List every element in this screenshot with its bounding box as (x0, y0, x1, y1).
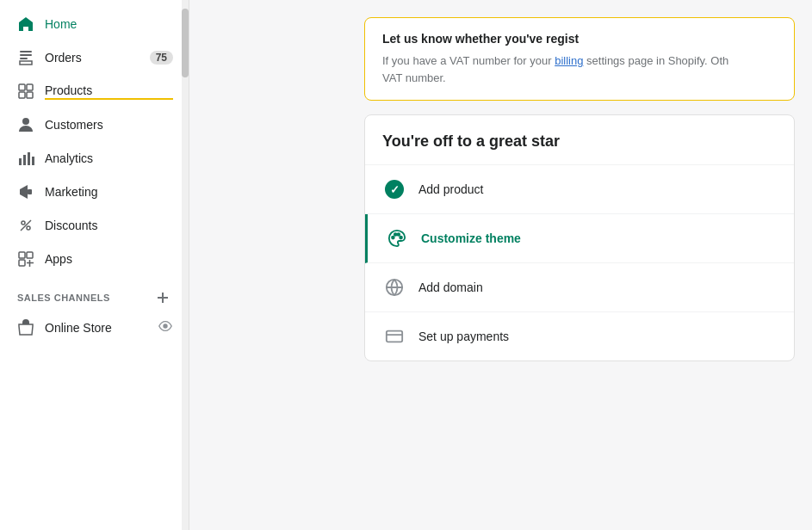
marketing-icon (17, 183, 34, 200)
store-icon (17, 319, 34, 336)
sidebar-item-products[interactable]: Products (5, 75, 183, 108)
svg-point-13 (22, 221, 25, 225)
getting-started-title: You're off to a great star (365, 115, 794, 165)
svg-rect-18 (19, 260, 25, 266)
svg-point-24 (397, 233, 400, 236)
checklist-item-set-up-payments[interactable]: Set up payments (365, 312, 794, 361)
svg-point-22 (392, 237, 394, 239)
svg-point-7 (22, 118, 29, 125)
svg-rect-9 (23, 155, 26, 165)
sidebar-item-label-analytics: Analytics (45, 151, 173, 165)
svg-rect-10 (28, 152, 30, 165)
analytics-icon (17, 150, 34, 167)
customize-theme-icon (385, 226, 409, 250)
sidebar-nav: Home Orders 75 (0, 0, 189, 530)
add-domain-icon (382, 275, 406, 299)
checklist-item-add-product[interactable]: Add product (365, 165, 794, 214)
checklist-label-add-product: Add product (418, 182, 484, 196)
check-complete-icon (385, 180, 404, 199)
sidebar-item-label-discounts: Discounts (45, 219, 173, 232)
svg-point-23 (394, 233, 397, 236)
checklist-label-set-up-payments: Set up payments (418, 330, 509, 343)
sidebar-item-label-online-store: Online Store (45, 321, 158, 335)
svg-rect-17 (27, 252, 33, 258)
svg-rect-27 (387, 331, 402, 342)
sidebar-item-apps[interactable]: Apps (5, 243, 183, 275)
checklist-item-add-domain[interactable]: Add domain (365, 263, 794, 312)
vat-billing-link[interactable]: billing (555, 54, 583, 67)
svg-point-25 (400, 237, 402, 239)
sidebar-item-label-orders: Orders (45, 51, 150, 65)
sales-channels-header: SALES CHANNELS (5, 282, 183, 310)
vat-notice-title: Let us know whether you've regist (382, 32, 777, 46)
getting-started-card: You're off to a great star Add product C… (364, 114, 795, 361)
svg-rect-11 (32, 157, 34, 165)
sidebar-item-analytics[interactable]: Analytics (5, 142, 183, 175)
sidebar-item-label-products: Products (45, 83, 173, 100)
orders-badge: 75 (150, 51, 173, 65)
vat-body-text1: If you have a VAT number for your (382, 54, 552, 67)
sidebar-item-label-marketing: Marketing (45, 185, 173, 199)
apps-icon (17, 250, 34, 268)
sidebar-item-customers[interactable]: Customers (5, 108, 183, 141)
checklist-label-add-domain: Add domain (418, 280, 483, 294)
vat-body-text3: VAT number. (382, 71, 446, 84)
svg-rect-5 (19, 92, 25, 98)
sidebar-item-marketing[interactable]: Marketing (5, 176, 183, 208)
discounts-icon (17, 217, 34, 234)
vat-notice-body: If you have a VAT number for your billin… (382, 52, 777, 86)
svg-rect-6 (27, 92, 33, 98)
checklist-label-customize-theme: Customize theme (421, 231, 521, 245)
svg-rect-8 (19, 158, 22, 165)
sidebar-scrollbar[interactable] (182, 0, 189, 530)
sales-channels-label: SALES CHANNELS (17, 293, 154, 303)
svg-rect-4 (27, 84, 33, 90)
svg-rect-16 (19, 252, 25, 258)
sidebar-item-label-home: Home (45, 17, 173, 31)
svg-point-14 (27, 226, 30, 230)
sidebar-item-orders[interactable]: Orders 75 (5, 41, 183, 74)
svg-rect-0 (20, 51, 32, 52)
svg-rect-12 (28, 189, 32, 194)
orders-icon (17, 49, 34, 66)
sidebar: Home Orders 75 (0, 0, 189, 530)
sidebar-item-online-store[interactable]: Online Store (5, 311, 183, 344)
vat-notice-card: Let us know whether you've regist If you… (364, 17, 795, 101)
sidebar-item-discounts[interactable]: Discounts (5, 209, 183, 242)
products-icon (17, 83, 34, 100)
online-store-visibility-icon[interactable] (158, 318, 173, 336)
svg-rect-1 (20, 54, 32, 56)
set-up-payments-icon (382, 324, 406, 348)
home-icon (17, 15, 34, 33)
vat-body-text2: settings page in Shopify. Oth (586, 54, 728, 67)
sidebar-item-label-customers: Customers (45, 118, 173, 132)
svg-rect-2 (20, 58, 28, 59)
customers-icon (17, 116, 34, 133)
sidebar-scrollbar-thumb (182, 9, 189, 77)
svg-point-21 (163, 324, 167, 328)
checklist-item-customize-theme[interactable]: Customize theme (365, 214, 794, 263)
add-product-icon (382, 177, 406, 201)
sidebar-item-home[interactable]: Home (5, 8, 183, 40)
sidebar-item-label-apps: Apps (45, 252, 173, 266)
svg-rect-3 (19, 84, 25, 90)
sales-channels-add-button[interactable] (154, 289, 171, 306)
main-content: Let us know whether you've regist If you… (189, 0, 812, 530)
